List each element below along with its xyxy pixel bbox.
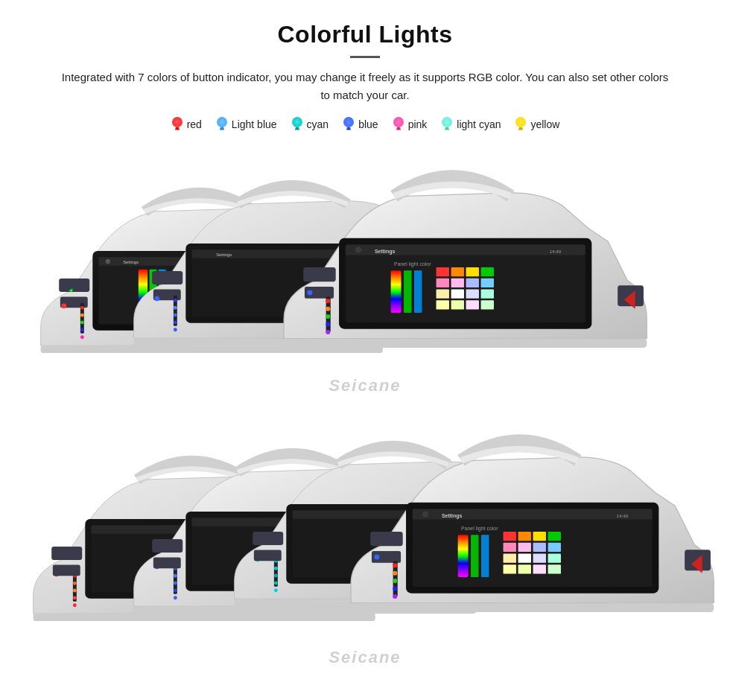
- svg-rect-93: [466, 267, 479, 276]
- svg-rect-19: [396, 129, 401, 130]
- svg-point-60: [80, 328, 84, 331]
- svg-rect-18: [396, 127, 400, 129]
- svg-rect-107: [303, 267, 336, 281]
- svg-rect-3: [175, 129, 180, 130]
- svg-rect-98: [481, 279, 494, 287]
- bulb-icon-blue: [342, 115, 355, 134]
- svg-point-71: [154, 296, 159, 302]
- svg-rect-172: [471, 535, 478, 577]
- svg-rect-176: [533, 532, 546, 541]
- svg-rect-105: [466, 300, 479, 309]
- svg-point-194: [393, 563, 397, 567]
- svg-rect-15: [346, 129, 351, 130]
- svg-rect-6: [220, 127, 223, 129]
- svg-rect-69: [152, 271, 182, 284]
- svg-rect-52: [59, 279, 89, 292]
- svg-rect-89: [404, 270, 411, 313]
- cars-svg: Settings: [0, 134, 730, 700]
- svg-rect-187: [518, 564, 531, 573]
- svg-point-141: [174, 582, 177, 585]
- svg-point-9: [292, 117, 302, 127]
- svg-rect-95: [437, 279, 449, 287]
- svg-point-167: [422, 511, 429, 518]
- color-item-red: red: [171, 115, 202, 134]
- svg-rect-106: [481, 300, 494, 309]
- svg-point-17: [393, 117, 404, 127]
- svg-point-142: [174, 588, 177, 592]
- svg-rect-14: [347, 127, 351, 129]
- svg-rect-185: [548, 554, 561, 563]
- svg-rect-179: [518, 543, 531, 552]
- svg-text:Settings: Settings: [375, 249, 396, 255]
- svg-point-58: [80, 314, 84, 317]
- svg-point-155: [274, 567, 278, 570]
- svg-point-5: [217, 117, 227, 127]
- svg-rect-129: [51, 547, 82, 560]
- svg-rect-96: [451, 279, 464, 287]
- svg-point-128: [73, 603, 77, 607]
- svg-text:Panel light color: Panel light color: [461, 526, 498, 532]
- svg-point-1: [172, 117, 182, 127]
- svg-rect-2: [175, 127, 179, 129]
- svg-rect-184: [533, 554, 546, 563]
- svg-point-197: [393, 587, 397, 591]
- svg-rect-183: [518, 554, 531, 563]
- page-title: Colorful Lights: [45, 21, 685, 48]
- svg-rect-159: [253, 532, 283, 545]
- svg-rect-131: [34, 614, 375, 621]
- svg-point-125: [73, 582, 77, 585]
- svg-rect-190: [370, 532, 403, 546]
- svg-point-74: [174, 306, 177, 310]
- svg-rect-130: [53, 565, 80, 576]
- svg-rect-88: [391, 270, 402, 313]
- svg-text:Settings: Settings: [123, 260, 139, 264]
- color-item-cyan: cyan: [291, 115, 329, 134]
- bulb-icon-yellow: [514, 115, 527, 134]
- svg-rect-7: [220, 129, 224, 130]
- color-item-lightcyan: light cyan: [440, 115, 501, 134]
- title-divider: [350, 56, 380, 58]
- description-text: Integrated with 7 colors of button indic…: [60, 69, 670, 104]
- svg-point-158: [274, 588, 278, 592]
- svg-rect-91: [437, 267, 449, 276]
- svg-point-115: [326, 330, 330, 334]
- svg-rect-174: [504, 532, 516, 541]
- bulb-icon-pink: [392, 115, 405, 134]
- svg-rect-10: [295, 127, 299, 129]
- svg-text:14:40: 14:40: [617, 513, 629, 518]
- svg-rect-23: [445, 129, 449, 130]
- svg-point-192: [374, 554, 379, 559]
- color-label-blue: blue: [358, 118, 378, 130]
- svg-point-112: [326, 307, 330, 311]
- svg-point-77: [174, 328, 177, 331]
- cars-visual: Settings: [0, 134, 730, 700]
- svg-point-109: [307, 290, 312, 295]
- svg-rect-97: [466, 279, 479, 287]
- svg-point-57: [80, 306, 84, 310]
- svg-point-13: [343, 117, 354, 127]
- svg-rect-160: [254, 550, 282, 561]
- svg-rect-175: [518, 532, 531, 541]
- bulb-icon-red: [171, 115, 184, 134]
- svg-rect-165: [413, 509, 653, 587]
- bulb-icon-lightblue: [215, 115, 229, 134]
- svg-point-157: [274, 581, 278, 585]
- svg-text:Settings: Settings: [442, 513, 463, 519]
- color-label-cyan: cyan: [307, 118, 329, 130]
- svg-rect-145: [153, 558, 181, 569]
- svg-point-114: [326, 322, 330, 327]
- svg-rect-199: [351, 603, 714, 612]
- svg-point-198: [393, 594, 397, 599]
- svg-rect-144: [152, 539, 182, 553]
- color-label-lightcyan: light cyan: [457, 118, 501, 130]
- color-label-yellow: yellow: [530, 118, 559, 130]
- svg-rect-180: [533, 543, 546, 552]
- svg-rect-94: [481, 267, 494, 276]
- svg-rect-90: [414, 270, 422, 313]
- svg-point-59: [80, 321, 84, 325]
- watermark-bottom: Seicane: [328, 648, 401, 666]
- bulb-icon-cyan: [291, 115, 304, 134]
- svg-point-195: [393, 571, 397, 576]
- svg-point-21: [442, 117, 452, 127]
- svg-point-75: [174, 314, 177, 317]
